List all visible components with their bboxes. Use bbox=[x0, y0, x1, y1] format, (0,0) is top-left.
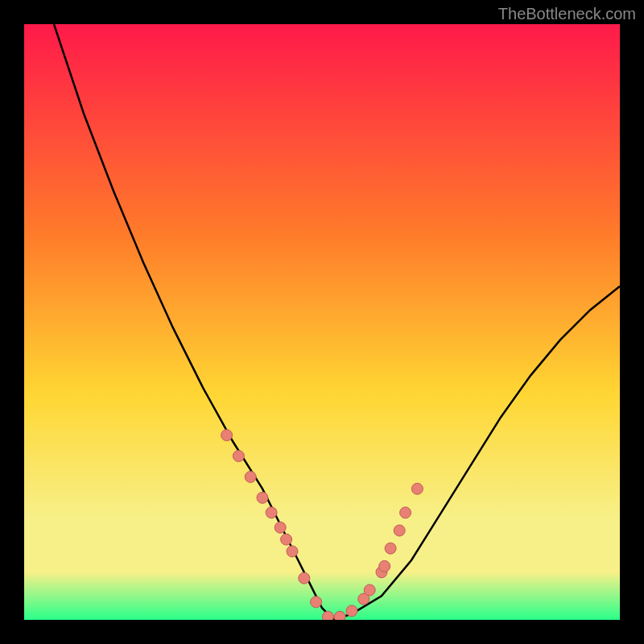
watermark-text: TheBottleneck.com bbox=[498, 5, 636, 23]
data-marker bbox=[385, 543, 396, 554]
data-marker bbox=[322, 611, 333, 620]
data-marker bbox=[411, 483, 423, 494]
data-marker bbox=[287, 546, 298, 557]
data-marker bbox=[400, 507, 411, 518]
data-marker bbox=[299, 572, 310, 584]
data-marker bbox=[257, 492, 268, 503]
data-marker bbox=[379, 560, 390, 572]
marker-group bbox=[221, 430, 423, 620]
bottleneck-curve bbox=[54, 24, 620, 620]
data-marker bbox=[233, 451, 244, 462]
data-marker bbox=[221, 430, 233, 441]
data-marker bbox=[281, 534, 292, 545]
data-marker bbox=[245, 471, 256, 482]
plot-area bbox=[24, 24, 620, 620]
data-marker bbox=[364, 584, 375, 596]
chart-svg bbox=[24, 24, 620, 620]
data-marker bbox=[394, 525, 405, 536]
data-marker bbox=[275, 522, 286, 533]
data-marker bbox=[346, 605, 357, 617]
data-marker bbox=[266, 507, 277, 518]
data-marker bbox=[311, 597, 322, 608]
data-marker bbox=[334, 611, 345, 620]
